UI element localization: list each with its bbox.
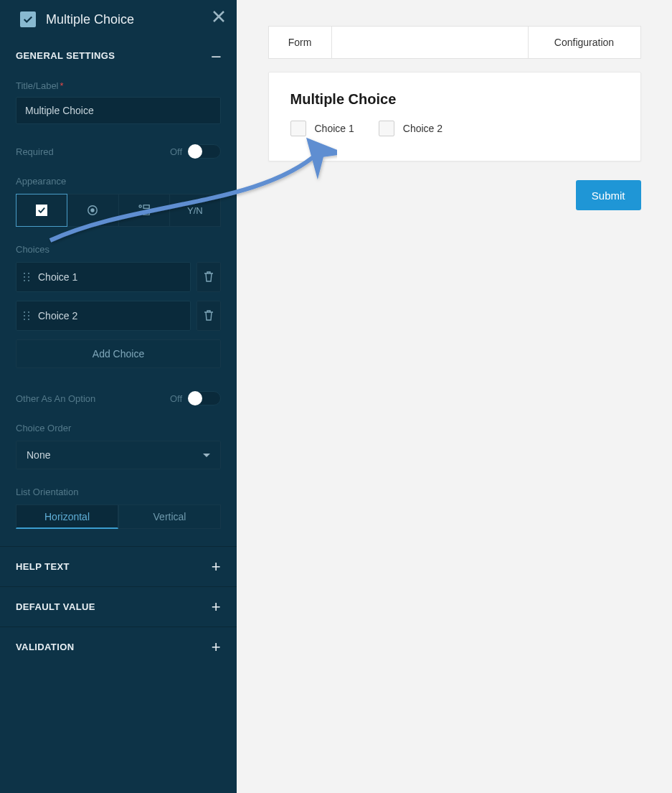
section-validation[interactable]: VALIDATION + <box>0 627 237 667</box>
trash-icon <box>204 271 214 283</box>
svg-point-19 <box>28 319 29 320</box>
appearance-options: Y/N <box>16 194 221 227</box>
choice-option: Choice 2 <box>379 121 443 136</box>
svg-point-12 <box>24 280 25 281</box>
trash-icon <box>204 310 214 322</box>
section-help-text[interactable]: HELP TEXT + <box>0 546 237 586</box>
appearance-yn-button[interactable]: Y/N <box>170 194 221 227</box>
submit-button[interactable]: Submit <box>576 180 641 210</box>
required-toggle[interactable] <box>188 144 221 159</box>
radio-icon <box>87 205 98 216</box>
delete-choice-button[interactable] <box>197 301 221 331</box>
section-label: VALIDATION <box>16 642 75 652</box>
checkbox-badge-icon <box>20 11 36 27</box>
other-option-state-text: Off <box>170 393 182 404</box>
submit-row: Submit <box>268 180 641 210</box>
section-general-settings[interactable]: GENERAL SETTINGS – <box>0 39 237 72</box>
image-grid-icon <box>138 204 151 217</box>
tab-form[interactable]: Form <box>269 27 332 58</box>
field-title: Multiple Choice <box>290 91 619 108</box>
sidebar-title: Multiple Choice <box>46 12 134 27</box>
sidebar-header: Multiple Choice <box>0 0 237 39</box>
section-label: GENERAL SETTINGS <box>16 50 115 61</box>
choice-row: Choice 1 <box>16 262 221 292</box>
other-option-toggle[interactable] <box>188 391 221 405</box>
settings-sidebar: Multiple Choice GENERAL SETTINGS – Title… <box>0 0 237 793</box>
yn-label: Y/N <box>187 205 203 216</box>
orientation-horizontal-button[interactable]: Horizontal <box>16 505 118 529</box>
section-default-value[interactable]: DEFAULT VALUE + <box>0 586 237 627</box>
general-settings-body: Title/Label* Required Off Appearance <box>0 72 237 546</box>
choice-input[interactable]: Choice 2 <box>16 301 191 331</box>
form-preview-area: Form Configuration Multiple Choice Choic… <box>237 0 672 793</box>
appearance-image-chooser-button[interactable] <box>119 194 170 227</box>
checkbox-icon <box>36 205 47 216</box>
choice-option: Choice 1 <box>290 121 354 136</box>
collapse-icon: – <box>212 48 221 64</box>
tab-empty <box>332 27 529 58</box>
orientation-vertical-button[interactable]: Vertical <box>118 505 221 529</box>
choice-order-label: Choice Order <box>16 423 221 433</box>
svg-point-18 <box>24 319 25 320</box>
svg-point-17 <box>28 315 29 316</box>
checkbox-input[interactable] <box>379 121 394 136</box>
svg-point-9 <box>28 273 29 274</box>
required-state-text: Off <box>170 146 182 157</box>
drag-handle-icon[interactable] <box>22 311 31 321</box>
choice-order-select[interactable]: None <box>16 441 221 469</box>
required-asterisk: * <box>60 80 64 91</box>
close-panel-button[interactable] <box>212 10 225 27</box>
choice-label: Choice 1 <box>315 123 354 134</box>
delete-choice-button[interactable] <box>197 262 221 292</box>
choice-order-value: None <box>27 449 50 461</box>
other-option-label: Other As An Option <box>16 393 95 404</box>
appearance-radio-button[interactable] <box>67 194 118 227</box>
svg-point-10 <box>24 276 25 278</box>
svg-point-15 <box>28 311 29 313</box>
section-label: HELP TEXT <box>16 561 70 572</box>
svg-point-11 <box>28 276 29 278</box>
svg-point-13 <box>28 280 29 281</box>
svg-point-3 <box>91 208 95 212</box>
svg-rect-7 <box>143 212 149 215</box>
chevron-down-icon <box>203 454 210 457</box>
section-label: DEFAULT VALUE <box>16 601 95 612</box>
drag-handle-icon[interactable] <box>22 272 31 282</box>
choice-text: Choice 1 <box>38 271 77 283</box>
field-preview-card: Multiple Choice Choice 1 Choice 2 <box>268 72 641 161</box>
svg-point-16 <box>24 315 25 316</box>
expand-icon: + <box>212 599 221 615</box>
form-canvas: Multiple Choice Choice 1 Choice 2 Submit <box>268 72 641 210</box>
expand-icon: + <box>212 559 221 575</box>
title-label-input[interactable] <box>16 97 221 124</box>
appearance-label: Appearance <box>16 176 221 187</box>
checkbox-input[interactable] <box>290 121 306 136</box>
choices-preview: Choice 1 Choice 2 <box>290 121 619 136</box>
svg-point-14 <box>24 311 25 313</box>
required-label: Required <box>16 146 54 157</box>
choices-label: Choices <box>16 244 221 255</box>
choice-label: Choice 2 <box>403 123 443 134</box>
title-label-field-label: Title/Label* <box>16 80 221 91</box>
choice-text: Choice 2 <box>38 310 77 322</box>
preview-tabs: Form Configuration <box>268 26 641 59</box>
svg-point-6 <box>139 212 141 215</box>
appearance-checkbox-button[interactable] <box>16 194 67 227</box>
svg-point-8 <box>24 273 25 274</box>
orientation-toggle-group: Horizontal Vertical <box>16 505 221 529</box>
choice-input[interactable]: Choice 1 <box>16 262 191 292</box>
add-choice-button[interactable]: Add Choice <box>16 339 221 368</box>
expand-icon: + <box>212 639 221 655</box>
tab-configuration[interactable]: Configuration <box>529 27 640 58</box>
svg-point-4 <box>139 205 141 207</box>
list-orientation-label: List Orientation <box>16 487 221 497</box>
choices-list: Choice 1 Choice 2 <box>16 262 221 331</box>
choice-row: Choice 2 <box>16 301 221 331</box>
svg-rect-5 <box>143 205 149 209</box>
